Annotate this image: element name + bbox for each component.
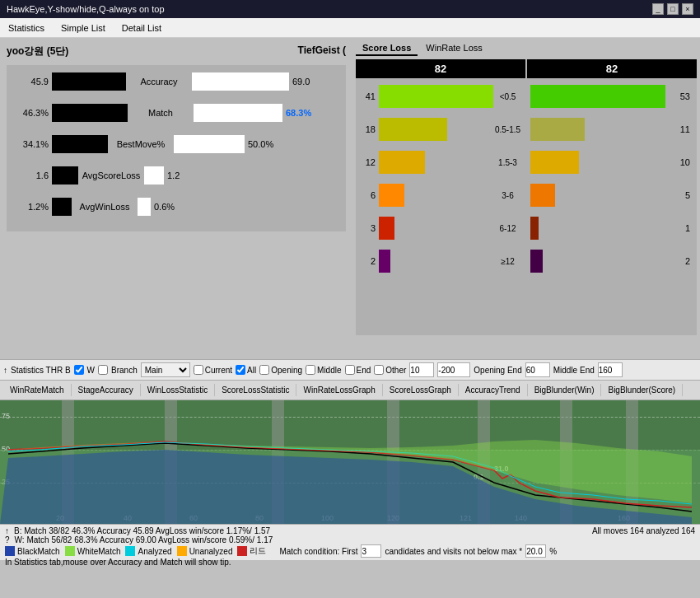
all-checkbox[interactable] [236, 365, 245, 375]
chart-right-row-5: 2 [530, 246, 693, 276]
chart-right-bar-2 [530, 151, 665, 174]
chart-right-bar-3 [530, 184, 665, 207]
chart-left-bar-3 [379, 184, 493, 207]
score-tabs: Score Loss WinRate Loss [356, 41, 697, 56]
chart-right-rows: 53 11 10 [527, 78, 697, 335]
right-panel: Score Loss WinRate Loss 82 41 <0.5 [352, 38, 700, 359]
chart-left-bar-0 [379, 85, 493, 108]
chart-left-row-2: 12 1.5-3 [359, 147, 522, 177]
tab-scorelossstatistic[interactable]: ScoreLossStatistic [215, 384, 296, 396]
player-left: yoo강원 (5단) [7, 44, 68, 58]
legend-lead-label: 리드 [250, 545, 266, 557]
stat-row-bestmove: 34.1% BestMove% 50.0% [12, 133, 341, 156]
maximize-button[interactable]: □ [667, 3, 679, 15]
chart-right-bar-1 [530, 118, 665, 141]
legend-unanalyzed: Unanalyzed [177, 546, 233, 556]
tab-stageaccuracy[interactable]: StageAccuracy [72, 384, 141, 396]
chart-right-num-2: 10 [665, 157, 690, 167]
current-checkbox[interactable] [194, 365, 203, 375]
chart-left-row-1: 18 0.5-1.5 [359, 114, 522, 144]
middle-checkbox[interactable] [306, 365, 315, 375]
menu-detail-list[interactable]: Detail List [117, 21, 166, 35]
chart-left-row-3: 6 3-6 [359, 180, 522, 210]
chart-left-row-0: 41 <0.5 [359, 82, 522, 111]
opening-checkbox[interactable] [259, 365, 269, 375]
chart-right-total: 82 [527, 59, 697, 78]
avgwinloss-bar-right [138, 198, 151, 216]
chart-row-label-0: <0.5 [493, 92, 522, 101]
close-button[interactable]: × [682, 3, 693, 15]
current-checkbox-label: Current [194, 365, 232, 375]
title-bar: HawkEye,Y-show/hide,Q-always on top _ □ … [0, 0, 700, 18]
left-panel: yoo강원 (5단) TiefGeist ( 45.9 Accuracy 69.… [0, 38, 352, 359]
minimize-button[interactable]: _ [652, 3, 664, 15]
accuracy-label: Accuracy [126, 77, 192, 86]
legend-analyzed: Analyzed [125, 546, 171, 556]
tab-bigblunderwin[interactable]: BigBlunder(Win) [528, 384, 602, 396]
bestmove-bar-left [52, 135, 108, 153]
chart-right-num-4: 1 [665, 223, 690, 233]
chart-left-bar-4 [379, 217, 493, 240]
other-input-1[interactable] [409, 362, 434, 377]
tab-winratelossgraph[interactable]: WinRateLossGraph [296, 384, 382, 396]
match-label: Match [128, 108, 194, 118]
chart-row-label-3: 3-6 [493, 191, 522, 200]
middle-end-input[interactable] [598, 362, 623, 377]
bestmove-left-val: 34.1% [12, 139, 49, 149]
thr-b-checkbox[interactable] [74, 365, 84, 375]
other-checkbox[interactable] [374, 365, 384, 375]
window-controls: _ □ × [652, 3, 693, 15]
chart-left-bar-2 [379, 151, 493, 174]
legend-unanalyzed-box [177, 546, 187, 556]
match-condition: Match condition: First candidates and vi… [279, 544, 557, 558]
player-right: TiefGeist ( [298, 44, 346, 58]
chart-left-num-0: 41 [359, 91, 376, 101]
legend-blackmatch-label: BlackMatch [17, 547, 60, 556]
statistics-thr-label: Statistics THR B [11, 366, 71, 375]
avgwinloss-label: AvgWinLoss [72, 202, 138, 212]
chart-left-total: 82 [356, 59, 525, 78]
chart-right-col: 82 53 11 [527, 59, 697, 335]
middle-end-label: Middle End [553, 366, 595, 375]
chart-right-num-0: 53 [665, 91, 690, 101]
graph-area: 75 50 25 20 40 60 80 100 120 121 140 160… [0, 400, 700, 524]
w-checkbox[interactable] [98, 365, 108, 375]
all-label: All [247, 366, 256, 375]
w-stats-icon: ? [5, 535, 10, 544]
avgscoreloss-right-val: 1.2 [167, 171, 204, 180]
branch-select[interactable]: Main Branch1 [141, 362, 190, 377]
toolbar: ↑ Statistics THR B W Branch Main Branch1… [0, 359, 700, 381]
other-input-2[interactable] [437, 362, 470, 377]
end-checkbox[interactable] [345, 365, 355, 375]
bestmove-right-val: 50.0% [248, 139, 285, 149]
chart-right-num-1: 11 [665, 124, 690, 134]
chart-right-num-3: 5 [665, 190, 690, 200]
legend-whitematch-box [65, 546, 75, 556]
tab-score-loss[interactable]: Score Loss [356, 41, 418, 56]
match-pct-input[interactable] [525, 544, 546, 558]
chart-left-col: 82 41 <0.5 18 0.5-1.5 [356, 59, 525, 335]
tab-winlossstatistic[interactable]: WinLossStatistic [141, 384, 215, 396]
thr-label: ↑ [3, 366, 7, 375]
chart-left-bar-1 [379, 118, 493, 141]
chart-row-label-5: ≥12 [493, 257, 522, 266]
legend-lead-box [237, 546, 247, 556]
chart-right-row-1: 11 [530, 114, 693, 144]
match-condition-input[interactable] [361, 544, 381, 558]
chart-right-num-5: 2 [665, 256, 690, 266]
end-label: End [357, 366, 371, 375]
tab-winratematch[interactable]: WinRateMatch [3, 384, 72, 396]
chart-right-row-2: 10 [530, 147, 693, 177]
tab-winrate-loss[interactable]: WinRate Loss [419, 41, 488, 56]
avgwinloss-bar-left [52, 198, 72, 216]
b-stats-line: B: Match 38/82 46.3% Accuracy 45.89 AvgL… [14, 526, 270, 535]
opening-end-input[interactable] [525, 362, 550, 377]
menu-simple-list[interactable]: Simple List [56, 21, 110, 35]
all-moves-label: All moves 164 analyzed 164 [592, 526, 695, 535]
tab-bigblunderscore[interactable]: BigBlunder(Score) [601, 384, 683, 396]
accuracy-bar-right [192, 72, 289, 91]
b-stats-icon: ↑ [5, 526, 9, 535]
tab-accuracytrend[interactable]: AccuracyTrend [459, 384, 528, 396]
tab-scorelossgraph[interactable]: ScoreLossGraph [383, 384, 459, 396]
menu-statistics[interactable]: Statistics [3, 21, 49, 35]
